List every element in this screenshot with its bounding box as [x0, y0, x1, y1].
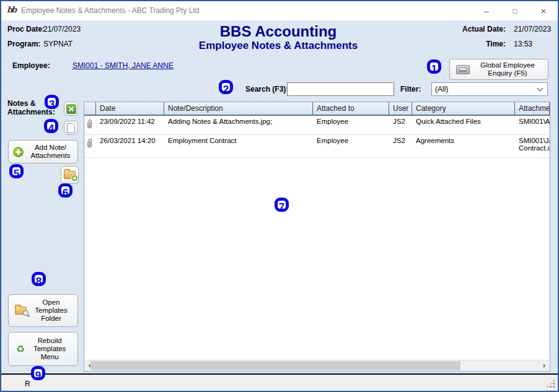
callout-2: 2 — [219, 80, 233, 94]
folder-plus-icon — [64, 171, 76, 179]
employee-link[interactable]: SMI001 - SMITH, JANE ANNE — [73, 61, 174, 70]
callout-1: 1 — [427, 59, 441, 74]
document-icon — [67, 123, 75, 133]
table-row[interactable]: 26/03/2021 14:20 Employment Contract Emp… — [84, 135, 550, 158]
table-row[interactable]: 23/09/2022 11:42 Adding Notes & Attachme… — [84, 116, 550, 135]
time-value: 13:53 — [514, 40, 532, 48]
attached-to-link[interactable]: Employee — [313, 135, 389, 157]
row-paperclip-cell — [84, 116, 96, 134]
program-label: Program: — [7, 40, 40, 48]
search-input[interactable] — [287, 82, 394, 96]
time-label: Time: — [447, 40, 506, 48]
category-cell: Quick Attached Files — [412, 116, 515, 134]
search-label: Search (F3): — [245, 85, 288, 94]
screen-title: Employee Notes & Attachments — [144, 40, 412, 52]
proc-date-label: Proc Date: — [7, 25, 45, 33]
magnifier-icon — [23, 310, 29, 316]
resize-grip-icon[interactable] — [553, 386, 555, 388]
callout-4: 4 — [44, 119, 58, 133]
column-header-user[interactable]: User — [389, 102, 412, 115]
column-header-attachment[interactable]: Attachment — [515, 102, 550, 115]
callout-5: 5 — [9, 164, 24, 178]
column-header-attached-to[interactable]: Attached to — [313, 102, 389, 115]
proc-date-value: 21/07/2023 — [43, 25, 81, 33]
filter-select[interactable]: (All) — [431, 82, 548, 96]
global-employee-enquiry-button[interactable]: Global Employee Enquiry (F5) — [449, 59, 548, 80]
description-cell: Employment Contract — [164, 135, 313, 157]
attachment-link[interactable]: SMI001\Jan Contract.do — [515, 135, 550, 157]
callout-8: 8 — [32, 272, 46, 286]
enquiry-drawer-icon — [456, 65, 470, 74]
actual-date-value: 21/07/2023 — [514, 25, 551, 33]
rebuild-templates-menu-button[interactable]: ♻ Rebuild Templates Menu — [8, 332, 78, 366]
status-bar: R — [1, 375, 558, 391]
attachment-link[interactable]: SMI001\Add — [515, 116, 550, 134]
export-excel-button[interactable] — [64, 102, 78, 116]
horizontal-scrollbar[interactable]: ‹ › — [85, 360, 549, 370]
date-cell: 23/09/2022 11:42 — [96, 116, 164, 134]
folder-search-icon — [15, 307, 27, 315]
recycle-icon: ♻ — [16, 343, 25, 355]
app-logo-icon: bb — [7, 5, 19, 17]
excel-icon — [66, 104, 76, 114]
rebuild-templates-menu-label: Rebuild Templates Menu — [29, 337, 70, 361]
user-cell: JS2 — [389, 116, 412, 134]
notes-grid: Date Note/Description Attached to User C… — [84, 102, 550, 372]
callout-6: 6 — [58, 183, 73, 198]
callout-7: 7 — [275, 198, 289, 212]
add-plus-icon — [13, 147, 24, 157]
status-text: R — [25, 380, 30, 388]
plus-badge-icon — [71, 175, 78, 181]
actual-date-label: Actual Date: — [447, 25, 506, 33]
column-header-description[interactable]: Note/Description — [164, 102, 313, 115]
callout-9: 9 — [31, 366, 45, 380]
global-employee-enquiry-label: Global Employee Enquiry (F5) — [470, 61, 548, 77]
grid-header-row: Date Note/Description Attached to User C… — [84, 102, 550, 116]
description-cell: Adding Notes & Attachments.jpg; — [164, 116, 313, 134]
quick-attach-folder-button[interactable] — [61, 166, 79, 184]
scrollbar-thumb[interactable] — [90, 361, 460, 370]
employee-label: Employee: — [12, 61, 50, 70]
column-header-category[interactable]: Category — [412, 102, 515, 115]
app-title: BBS Accounting — [144, 23, 412, 40]
user-cell: JS2 — [389, 135, 412, 157]
new-note-button[interactable] — [64, 121, 78, 135]
paperclip-icon — [86, 119, 93, 129]
open-templates-folder-button[interactable]: Open Templates Folder — [8, 294, 78, 327]
callout-3: 3 — [45, 95, 59, 109]
attached-to-link[interactable]: Employee — [313, 116, 389, 134]
app-window: bb Employee Notes & Attachments - ABC Tr… — [0, 0, 559, 392]
column-header-icon[interactable] — [84, 102, 96, 115]
paperclip-icon — [86, 138, 93, 148]
column-header-date[interactable]: Date — [96, 102, 164, 115]
maximize-button[interactable]: □ — [504, 4, 526, 19]
add-note-attachments-label: Add Note/ Attachments — [28, 144, 74, 160]
close-button[interactable]: × — [533, 4, 554, 19]
minimize-button[interactable]: – — [476, 4, 497, 19]
category-cell: Agreements — [412, 135, 515, 157]
filter-selected-value: (All) — [435, 85, 448, 94]
row-paperclip-cell — [84, 135, 96, 157]
filter-label: Filter: — [400, 85, 421, 94]
chevron-down-icon — [537, 85, 544, 92]
add-note-attachments-button[interactable]: Add Note/ Attachments — [8, 140, 78, 163]
program-value: SYPNAT — [43, 40, 73, 48]
date-cell: 26/03/2021 14:20 — [96, 135, 164, 157]
scroll-right-arrow[interactable]: › — [539, 360, 549, 370]
open-templates-folder-label: Open Templates Folder — [31, 298, 72, 323]
window-title: Employee Notes & Attachments - ABC Tradi… — [21, 6, 199, 15]
title-bar: bb Employee Notes & Attachments - ABC Tr… — [1, 1, 558, 20]
